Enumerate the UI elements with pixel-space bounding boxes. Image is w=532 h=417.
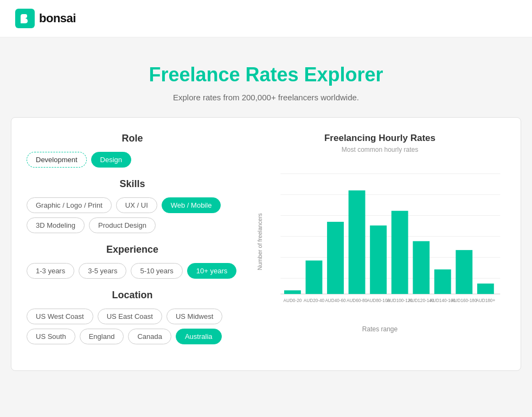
svg-rect-26 <box>456 250 472 294</box>
svg-text:AUD0-20: AUD0-20 <box>284 298 302 303</box>
svg-text:AUD60-80: AUD60-80 <box>347 298 368 303</box>
svg-text:Number of freelancers: Number of freelancers <box>257 213 263 270</box>
pill-10-plus-years[interactable]: 10+ years <box>187 263 236 279</box>
svg-rect-20 <box>392 211 408 294</box>
pill-5-10-years[interactable]: 5-10 years <box>131 263 182 279</box>
svg-rect-14 <box>327 222 344 294</box>
pill-us-south[interactable]: US South <box>27 329 75 344</box>
svg-text:AUD180+: AUD180+ <box>476 298 495 303</box>
skills-title: Skills <box>27 178 238 190</box>
svg-text:AUD20-40: AUD20-40 <box>304 298 325 303</box>
location-pills: US West Coast US East Coast US Midwest U… <box>27 309 238 344</box>
svg-rect-18 <box>370 226 387 294</box>
experience-pills: 1-3 years 3-5 years 5-10 years 10+ years <box>27 263 238 279</box>
location-title: Location <box>27 290 238 301</box>
site-header: bonsai <box>0 0 532 37</box>
role-section: Role Development Design <box>27 133 238 168</box>
main-card: Role Development Design Skills Graphic /… <box>11 117 521 371</box>
skills-pills: Graphic / Logo / Print UX / UI Web / Mob… <box>27 197 238 233</box>
svg-rect-22 <box>413 241 430 294</box>
chart-subtitle: Most common hourly rates <box>254 146 505 153</box>
logo-text: bonsai <box>39 11 76 25</box>
svg-rect-24 <box>434 270 451 294</box>
pill-australia[interactable]: Australia <box>176 329 222 344</box>
skills-section: Skills Graphic / Logo / Print UX / UI We… <box>27 178 238 233</box>
pill-graphic-logo-print[interactable]: Graphic / Logo / Print <box>27 197 112 213</box>
location-section: Location US West Coast US East Coast US … <box>27 290 238 344</box>
experience-title: Experience <box>27 244 238 255</box>
pill-3-5-years[interactable]: 3-5 years <box>79 263 126 279</box>
role-title: Role <box>27 133 238 144</box>
pill-us-east-coast[interactable]: US East Coast <box>98 309 162 324</box>
pill-canada[interactable]: Canada <box>128 329 171 344</box>
pill-product-design[interactable]: Product Design <box>89 217 156 233</box>
svg-rect-16 <box>349 190 366 294</box>
svg-text:AUD40-60: AUD40-60 <box>325 298 346 303</box>
svg-rect-28 <box>477 284 494 294</box>
filter-panel: Role Development Design Skills Graphic /… <box>27 133 238 355</box>
experience-section: Experience 1-3 years 3-5 years 5-10 year… <box>27 244 238 279</box>
svg-rect-1 <box>23 14 27 17</box>
pill-us-west-coast[interactable]: US West Coast <box>27 309 93 324</box>
chart-title: Freelancing Hourly Rates <box>254 133 505 144</box>
page-title: Freelance Rates Explorer <box>11 63 521 86</box>
role-pills: Development Design <box>27 152 238 168</box>
page-subtitle: Explore rates from 200,000+ freelancers … <box>11 93 521 102</box>
svg-rect-10 <box>284 290 301 294</box>
svg-rect-12 <box>306 260 323 294</box>
pill-development[interactable]: Development <box>27 152 87 168</box>
pill-web-mobile[interactable]: Web / Mobile <box>162 197 221 213</box>
chart-area: Number of freelancers AUD0-20 AUD20-40 <box>254 163 505 333</box>
pill-1-3-years[interactable]: 1-3 years <box>27 263 74 279</box>
chart-x-label: Rates range <box>254 325 505 333</box>
pill-design[interactable]: Design <box>91 152 131 168</box>
pill-us-midwest[interactable]: US Midwest <box>166 309 222 324</box>
logo: bonsai <box>15 9 76 28</box>
pill-3d-modeling[interactable]: 3D Modeling <box>27 217 85 233</box>
hero-section: Freelance Rates Explorer Explore rates f… <box>0 37 532 117</box>
bar-chart: Number of freelancers AUD0-20 AUD20-40 <box>254 163 505 320</box>
bonsai-logo-icon <box>15 9 35 28</box>
svg-text:AUD160-180: AUD160-180 <box>451 298 477 303</box>
chart-panel: Freelancing Hourly Rates Most common hou… <box>254 133 505 355</box>
pill-ux-ui[interactable]: UX / UI <box>116 197 157 213</box>
pill-england[interactable]: England <box>80 329 124 344</box>
